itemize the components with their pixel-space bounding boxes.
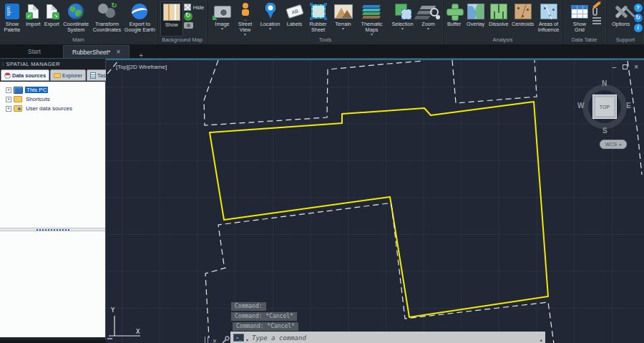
button-label: Location [260,21,280,30]
centroids-button[interactable]: Centroids [510,1,535,37]
ribbon-group-analysis: Buffer Overlay Dissolve Centroids Areas … [444,0,562,44]
paperclip-icon[interactable] [592,8,597,16]
button-label: Dissolve [489,21,509,27]
button-label: Overlay [467,21,484,27]
tree-item-this-pc[interactable]: This PC [0,85,105,95]
overlay-button[interactable]: Overlay [464,1,487,37]
hide-map-icon [184,4,191,11]
drawing-viewport[interactable]: [Top][2D Wireframe] Y X N S W E TOP WCS [106,59,644,343]
command-bar[interactable] [230,332,545,343]
hide-background-map-button[interactable]: Hide [184,4,204,11]
image-button[interactable]: Image [212,1,233,37]
map-icon [163,4,180,21]
expand-toggle-icon[interactable] [6,106,11,112]
coordinate-system-button[interactable]: Coordinate System [62,1,90,37]
rubber-sheet-button[interactable]: Rubber Sheet [306,1,331,37]
command-history-line: Command: *Cancel* [231,312,297,321]
button-label: Show Palette [1,21,24,33]
options-button[interactable]: Options [609,1,633,37]
button-label: Coordinate System [62,21,90,33]
areas-of-influence-button[interactable]: Areas of Influence [536,1,561,37]
close-icon[interactable] [116,48,120,56]
overlay-icon [467,4,484,19]
help-icon[interactable] [634,4,643,12]
street-view-button[interactable]: Street View [234,1,257,37]
expand-toggle-icon[interactable] [6,87,11,93]
thematic-maps-icon [363,4,381,19]
wcs-dropdown-button[interactable]: WCS [600,140,627,149]
tab-label: Data sources [12,72,46,79]
command-input[interactable] [250,334,537,342]
areas-influence-icon [540,4,557,19]
export-button[interactable]: Export [43,1,61,37]
close-icon[interactable] [213,334,217,343]
tree-item-label: Shortcuts [24,96,52,102]
transform-coordinates-button[interactable]: Transform Coordinates [91,1,122,37]
view-compass[interactable]: N S W E TOP [576,78,633,135]
ucs-y-label: Y [111,306,115,314]
tab-label: Start [28,48,41,55]
selection-button[interactable]: Selection [389,1,417,37]
show-grid-button[interactable]: Show Grid [567,1,592,37]
button-label: Hide [193,4,204,11]
transformed-parcel-outline [210,102,548,317]
map-snapshot-icon[interactable] [184,22,193,29]
zoom-layers-icon [420,4,437,19]
new-tab-button[interactable] [135,48,147,58]
update-icon[interactable] [634,14,643,22]
terrain-button[interactable]: Terrain [331,1,356,37]
computer-icon [14,87,23,94]
compass-south-label[interactable]: S [602,127,608,135]
thematic-maps-button[interactable]: Thematic Maps [356,1,388,37]
compass-west-label[interactable]: W [577,102,584,110]
button-label: Labels [287,21,303,27]
location-button[interactable]: Location [258,1,283,37]
source-parcel-dashed-line [391,204,554,343]
info-icon[interactable] [634,24,643,32]
wrench-icon[interactable] [221,336,230,343]
compass-north-label[interactable]: N [602,79,607,87]
zoom-button[interactable]: Zoom [418,1,439,37]
spm-icon [5,4,19,19]
button-label: Image [215,21,229,30]
command-history-line: Command: [231,302,266,311]
ucs-axis-icon: Y X [107,306,140,339]
button-label: Buffer [447,21,461,27]
list-icon[interactable] [592,17,601,24]
group-label-main: Main [0,37,157,44]
button-label: Show Grid [567,21,592,33]
command-bar-tools [205,334,230,343]
source-parcel-dashed-line [204,60,424,125]
ribbon: Show Palette Import Export Coordinate Sy… [0,0,644,44]
ucs-x-label: X [136,328,140,335]
tab-rubbersheet[interactable]: RubberSheet* [63,45,130,58]
compass-east-label[interactable]: E [626,102,631,110]
group-label-tools: Tools [208,37,443,44]
show-background-map-button[interactable]: Show [160,1,183,37]
expand-history-icon[interactable] [540,332,542,343]
button-label: Terrain [335,21,351,30]
drawing-svg[interactable]: Y X [106,60,644,343]
expand-toggle-icon[interactable] [6,97,11,102]
dissolve-button[interactable]: Dissolve [487,1,509,37]
show-palette-button[interactable]: Show Palette [1,1,24,37]
chevron-down-icon[interactable] [246,332,248,343]
spatial-manager-panel: SPATIAL MANAGER Data sources Explorer Ta… [0,59,106,340]
compass-top-face[interactable]: TOP [592,95,617,119]
labels-button[interactable]: Labels [284,1,306,37]
export-file-icon [47,4,57,19]
wcs-label: WCS [605,142,617,147]
database-icon [4,72,11,79]
drag-handle-icon[interactable] [205,337,208,343]
tree-item-shortcuts[interactable]: Shortcuts [0,95,105,104]
tree-item-user-data-sources[interactable]: User data sources [0,104,105,113]
tab-start[interactable]: Start [6,45,63,58]
command-history-line: Command: *Cancel* [233,322,298,331]
export-google-earth-button[interactable]: Export to Google Earth [124,1,156,37]
import-button[interactable]: Import [24,1,42,37]
folder-icon [14,96,22,102]
refresh-map-icon[interactable] [184,12,192,21]
buffer-button[interactable]: Buffer [444,1,464,37]
tab-data-sources[interactable]: Data sources [1,69,49,81]
tab-explorer[interactable]: Explorer [50,69,86,81]
